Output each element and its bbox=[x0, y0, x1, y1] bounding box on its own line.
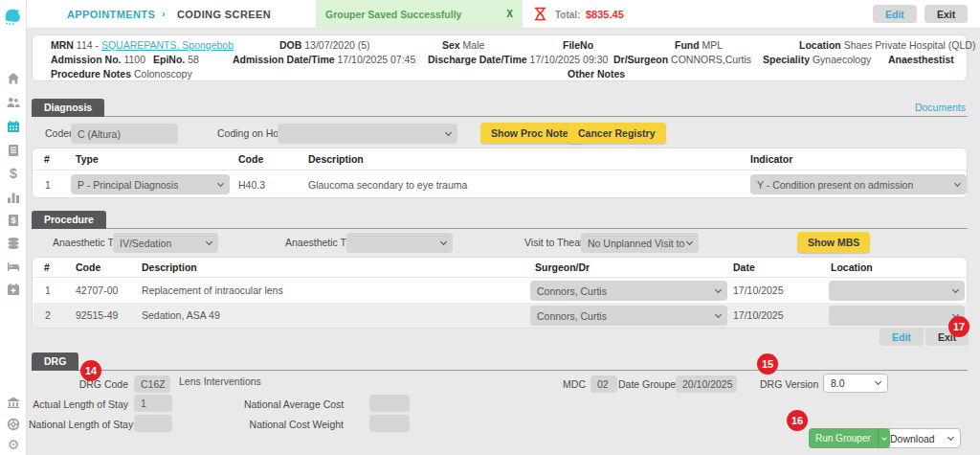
sidebar-calendar-icon[interactable] bbox=[6, 119, 21, 134]
mdc-field: 02 bbox=[590, 375, 617, 393]
patient-name-link[interactable]: SQUAREPANTS, Spongebob bbox=[101, 39, 234, 51]
sidebar-bookings-icon[interactable] bbox=[6, 282, 21, 297]
location-select[interactable] bbox=[829, 281, 965, 301]
patient-admission-datetime: Admission Date/Time 17/10/2025 07:45 bbox=[233, 54, 415, 65]
annotation-badge-17: 17 bbox=[948, 316, 969, 337]
total-value: $835.45 bbox=[586, 9, 624, 20]
indicator-select[interactable]: Y - Condition present on admission bbox=[750, 174, 967, 194]
coder-label: Coder bbox=[45, 127, 73, 139]
chevron-down-icon bbox=[445, 128, 452, 135]
chevron-down-icon bbox=[686, 238, 693, 244]
national-cost-weight-label: National Cost Weight bbox=[244, 419, 344, 430]
sidebar-invoices-icon[interactable]: $ bbox=[6, 213, 21, 228]
sidebar-records-icon[interactable] bbox=[6, 143, 21, 158]
visit-to-theatre-select[interactable]: No Unplanned Visit to The bbox=[581, 233, 699, 253]
proc-col-description: Description bbox=[142, 262, 197, 273]
app-logo bbox=[2, 3, 25, 27]
edit-button[interactable]: Edit bbox=[873, 5, 917, 23]
proc-col-date: Date bbox=[733, 262, 755, 273]
sidebar-reports-icon[interactable] bbox=[6, 190, 21, 205]
national-avg-cost-label: National Average Cost bbox=[244, 398, 344, 410]
proc-col-code: Code bbox=[76, 262, 100, 273]
date-grouped-field: 20/10/2025 bbox=[676, 375, 737, 393]
annotation-badge-14: 14 bbox=[80, 360, 101, 381]
run-grouper-button[interactable]: Run Grouper bbox=[809, 428, 890, 448]
sidebar-users-icon[interactable] bbox=[6, 95, 21, 110]
actual-los-field: 1 bbox=[134, 395, 172, 412]
procedure-tab[interactable]: Procedure bbox=[32, 211, 106, 229]
national-cost-weight-field bbox=[369, 415, 410, 432]
download-select[interactable]: Download bbox=[882, 428, 961, 448]
chevron-down-icon bbox=[881, 435, 887, 441]
chevron-down-icon bbox=[715, 310, 722, 317]
patient-admission-no: Admission No. 1100 bbox=[51, 54, 145, 65]
svg-text:$: $ bbox=[10, 166, 17, 181]
hourglass-icon bbox=[534, 7, 546, 23]
breadcrumb-current: CODING SCREEN bbox=[177, 9, 271, 20]
toast-close-icon[interactable]: X bbox=[506, 9, 513, 19]
sidebar-home-icon[interactable] bbox=[6, 71, 21, 86]
run-grouper-caret[interactable] bbox=[878, 428, 890, 448]
surgeon-select[interactable]: Connors, Curtis bbox=[530, 306, 727, 326]
proc-col-num: # bbox=[44, 262, 50, 273]
patient-speciality: Speciality Gynaecology bbox=[763, 54, 871, 65]
procedure-edit-button[interactable]: Edit bbox=[880, 328, 924, 346]
chevron-down-icon bbox=[952, 285, 959, 292]
dx-col-num: # bbox=[44, 153, 50, 165]
drg-code-field: C16Z bbox=[134, 375, 170, 393]
anaesthetic-type-2-select[interactable] bbox=[346, 233, 453, 253]
patient-fund: Fund MPL bbox=[675, 39, 723, 51]
chevron-down-icon bbox=[715, 285, 722, 292]
coding-screen: APPOINTMENTS › CODING SCREEN Grouper Sav… bbox=[0, 0, 980, 455]
patient-surgeon: Dr/Surgeon CONNORS,Curtis bbox=[613, 54, 751, 65]
dx-col-code: Code bbox=[238, 153, 263, 165]
documents-link[interactable]: Documents bbox=[915, 102, 966, 113]
total-label: Total: bbox=[555, 10, 580, 20]
diagnosis-tab[interactable]: Diagnosis bbox=[32, 99, 104, 117]
exit-button[interactable]: Exit bbox=[924, 5, 968, 23]
coding-on-hold-select[interactable] bbox=[278, 124, 457, 144]
patient-discharge-datetime: Discharge Date/Time 17/10/2025 09:30 bbox=[428, 54, 608, 65]
procedure-tab-row: Procedure bbox=[32, 211, 968, 229]
anaesthetic-type-select[interactable]: IV/Sedation bbox=[113, 233, 218, 253]
show-mbs-button[interactable]: Show MBS bbox=[797, 232, 870, 253]
sidebar-nav: $ $ ⚙ bbox=[0, 0, 27, 455]
diagnosis-type-select[interactable]: P - Principal Diagnosis bbox=[71, 174, 230, 194]
cancer-registry-button[interactable]: Cancer Registry bbox=[568, 123, 666, 144]
mdc-label: MDC bbox=[536, 378, 586, 390]
national-avg-cost-field bbox=[369, 395, 410, 412]
chevron-down-icon bbox=[947, 433, 954, 440]
procedure-table: # Code Description Surgeon/Dr Date Locat… bbox=[32, 257, 968, 329]
sidebar-settings-icon[interactable]: ⚙ bbox=[6, 437, 21, 452]
toast-message: Grouper Saved Successfully bbox=[325, 9, 461, 20]
breadcrumb-chevron-icon: › bbox=[162, 8, 166, 19]
patient-sex: Sex Male bbox=[442, 39, 484, 51]
sidebar-bed-icon[interactable] bbox=[6, 259, 21, 274]
dx-col-description: Description bbox=[308, 153, 364, 165]
chevron-down-icon bbox=[875, 378, 881, 385]
location-select[interactable] bbox=[829, 306, 965, 326]
patient-anaesthetist: Anaesthestist bbox=[888, 54, 954, 65]
actual-los-label: Actual Length of Stay bbox=[29, 398, 128, 410]
patient-info-card: MRN 114 - SQUAREPANTS, Spongebob DOB 13/… bbox=[32, 34, 968, 81]
sidebar-support-icon[interactable] bbox=[6, 417, 21, 432]
patient-dob: DOB 13/07/2020 (5) bbox=[279, 39, 370, 51]
proc-col-surgeon: Surgeon/Dr bbox=[535, 262, 590, 273]
chevron-down-icon bbox=[440, 238, 447, 244]
sidebar-organisation-icon[interactable] bbox=[6, 395, 21, 410]
breadcrumb-appointments[interactable]: APPOINTMENTS bbox=[67, 9, 155, 20]
annotation-badge-16: 16 bbox=[787, 410, 808, 431]
sidebar-payments-icon[interactable]: $ bbox=[6, 166, 21, 181]
drg-tab[interactable]: DRG bbox=[32, 353, 78, 371]
coding-on-hold-label: Coding on Hold bbox=[217, 127, 286, 139]
patient-procedure-notes: Procedure Notes Colonoscopy bbox=[51, 68, 192, 80]
sidebar-database-icon[interactable] bbox=[6, 236, 21, 251]
surgeon-select[interactable]: Connors, Curtis bbox=[530, 281, 727, 301]
national-los-label: National Length of Stay bbox=[29, 419, 128, 430]
patient-location: Location Shaes Private Hospital (QLD) bbox=[799, 39, 975, 51]
national-los-field bbox=[134, 415, 172, 432]
chevron-down-icon bbox=[217, 179, 224, 186]
drg-version-select[interactable]: 8.0 bbox=[823, 374, 888, 393]
top-bar: APPOINTMENTS › CODING SCREEN Grouper Sav… bbox=[27, 0, 980, 29]
coder-field: C (Altura) bbox=[71, 124, 178, 144]
